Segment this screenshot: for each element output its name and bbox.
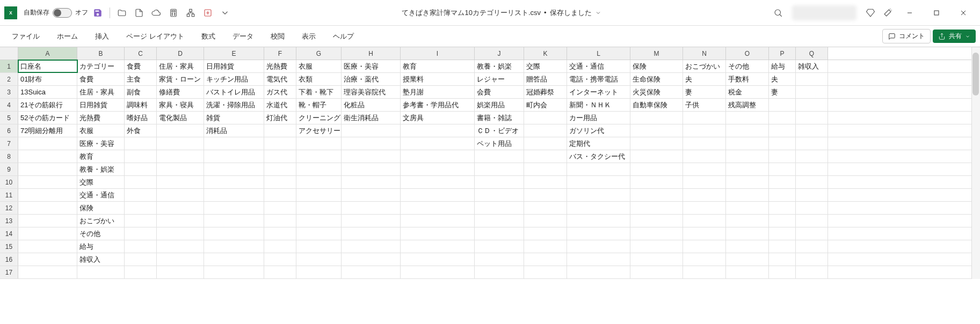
cell-N9[interactable] — [683, 163, 726, 175]
cell-M14[interactable] — [630, 227, 683, 240]
cell-G11[interactable] — [296, 189, 342, 201]
cell-E8[interactable] — [204, 150, 264, 163]
cell-G2[interactable]: 衣類 — [296, 73, 342, 85]
cell-H6[interactable] — [342, 124, 401, 137]
cell-L8[interactable]: バス・タクシー代 — [567, 150, 630, 163]
cell-K9[interactable] — [524, 163, 567, 175]
cell-N5[interactable] — [683, 112, 726, 124]
cell-D6[interactable] — [157, 124, 204, 137]
cell-C1[interactable]: 食費 — [125, 60, 157, 72]
cell-L6[interactable]: ガソリン代 — [567, 124, 630, 137]
cell-I12[interactable] — [401, 202, 475, 214]
cell-F1[interactable]: 光熱費 — [264, 60, 296, 72]
row-header-13[interactable]: 13 — [0, 215, 18, 227]
cell-M2[interactable]: 生命保険 — [630, 73, 683, 85]
scrollbar-thumb[interactable] — [972, 53, 979, 95]
cell-P14[interactable] — [769, 227, 796, 240]
more-commands-icon[interactable] — [217, 5, 233, 20]
cell-L12[interactable] — [567, 202, 630, 214]
ribbon-tab-4[interactable]: 数式 — [194, 27, 223, 46]
column-header-A[interactable]: A — [18, 47, 77, 60]
cell-J6[interactable]: ＣＤ・ビデオ — [475, 124, 524, 137]
share-button[interactable]: 共有 — [933, 30, 976, 43]
row-header-8[interactable]: 8 — [0, 150, 18, 163]
cell-J17[interactable] — [475, 266, 524, 278]
cell-H12[interactable] — [342, 202, 401, 214]
cell-E10[interactable] — [204, 176, 264, 188]
column-header-B[interactable]: B — [77, 47, 125, 60]
cell-A4[interactable]: 21その筋銀行 — [18, 99, 77, 111]
cell-F16[interactable] — [264, 253, 296, 266]
hierarchy-icon[interactable] — [183, 5, 198, 20]
cell-B3[interactable]: 住居・家具 — [77, 86, 125, 98]
cell-K2[interactable]: 贈答品 — [524, 73, 567, 85]
column-header-P[interactable]: P — [769, 47, 796, 60]
cell-O10[interactable] — [726, 176, 769, 188]
cell-O4[interactable]: 残高調整 — [726, 99, 769, 111]
cell-C12[interactable] — [125, 202, 157, 214]
cell-N2[interactable]: 夫 — [683, 73, 726, 85]
cell-K16[interactable] — [524, 253, 567, 266]
cell-K8[interactable] — [524, 150, 567, 163]
cell-N13[interactable] — [683, 215, 726, 227]
cell-O6[interactable] — [726, 124, 769, 137]
cell-F11[interactable] — [264, 189, 296, 201]
cell-O13[interactable] — [726, 215, 769, 227]
cell-K3[interactable]: 冠婚葬祭 — [524, 86, 567, 98]
cell-O11[interactable] — [726, 189, 769, 201]
cell-H4[interactable]: 化粧品 — [342, 99, 401, 111]
cell-N10[interactable] — [683, 176, 726, 188]
cell-P17[interactable] — [769, 266, 796, 278]
wand-icon[interactable] — [880, 5, 895, 20]
cell-B14[interactable]: その他 — [77, 227, 125, 240]
cell-A6[interactable]: 72明細分離用 — [18, 124, 77, 137]
cell-B2[interactable]: 食費 — [77, 73, 125, 85]
cell-Q8[interactable] — [796, 150, 828, 163]
cell-P13[interactable] — [769, 215, 796, 227]
column-header-J[interactable]: J — [475, 47, 524, 60]
cell-M5[interactable] — [630, 112, 683, 124]
ribbon-tab-8[interactable]: ヘルプ — [325, 27, 361, 46]
cell-D4[interactable]: 家具・寝具 — [157, 99, 204, 111]
ribbon-tab-6[interactable]: 校閲 — [263, 27, 292, 46]
row-header-6[interactable]: 6 — [0, 124, 18, 137]
cell-D5[interactable]: 電化製品 — [157, 112, 204, 124]
cell-Q9[interactable] — [796, 163, 828, 175]
cell-D9[interactable] — [157, 163, 204, 175]
cell-I9[interactable] — [401, 163, 475, 175]
cell-B9[interactable]: 教養・娯楽 — [77, 163, 125, 175]
cell-A16[interactable] — [18, 253, 77, 266]
cell-E17[interactable] — [204, 266, 264, 278]
cell-K13[interactable] — [524, 215, 567, 227]
cell-J15[interactable] — [475, 240, 524, 253]
cell-O12[interactable] — [726, 202, 769, 214]
cell-L11[interactable] — [567, 189, 630, 201]
maximize-button[interactable] — [924, 4, 949, 21]
cell-M4[interactable]: 自動車保険 — [630, 99, 683, 111]
cell-Q1[interactable]: 雑収入 — [796, 60, 828, 72]
cell-M8[interactable] — [630, 150, 683, 163]
ribbon-tab-3[interactable]: ページ レイアウト — [119, 27, 192, 46]
cell-M12[interactable] — [630, 202, 683, 214]
cell-D10[interactable] — [157, 176, 204, 188]
cell-L2[interactable]: 電話・携帯電話 — [567, 73, 630, 85]
cell-N7[interactable] — [683, 137, 726, 150]
cell-P5[interactable] — [769, 112, 796, 124]
cell-M16[interactable] — [630, 253, 683, 266]
cell-P4[interactable] — [769, 99, 796, 111]
cell-K14[interactable] — [524, 227, 567, 240]
cell-A7[interactable] — [18, 137, 77, 150]
cell-B1[interactable]: カテゴリー — [77, 60, 125, 72]
cell-K15[interactable] — [524, 240, 567, 253]
cell-K17[interactable] — [524, 266, 567, 278]
cell-P15[interactable] — [769, 240, 796, 253]
cell-L3[interactable]: インターネット — [567, 86, 630, 98]
row-header-1[interactable]: 1 — [0, 60, 18, 72]
column-header-M[interactable]: M — [630, 47, 683, 60]
cell-G12[interactable] — [296, 202, 342, 214]
cell-N16[interactable] — [683, 253, 726, 266]
open-folder-icon[interactable] — [114, 5, 129, 20]
cell-D13[interactable] — [157, 215, 204, 227]
cell-I16[interactable] — [401, 253, 475, 266]
cell-Q16[interactable] — [796, 253, 828, 266]
